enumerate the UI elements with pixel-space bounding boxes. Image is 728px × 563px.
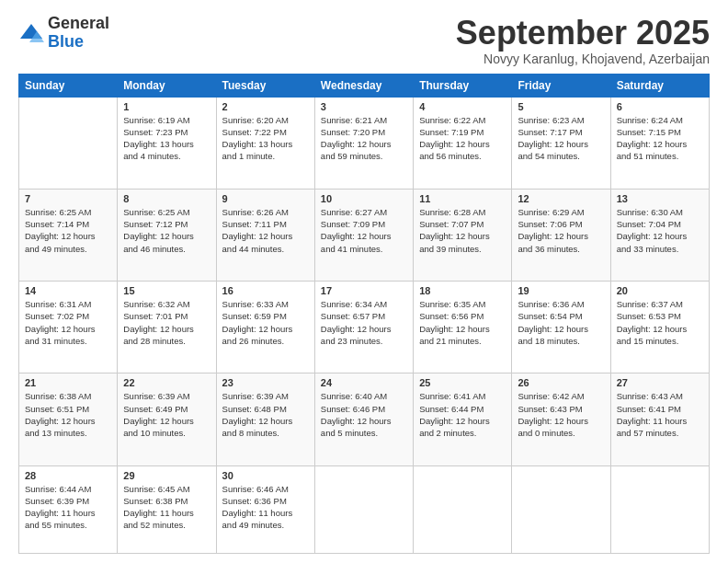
day-info: Sunrise: 6:24 AM Sunset: 7:15 PM Dayligh… [617,114,703,163]
day-info: Sunrise: 6:46 AM Sunset: 6:36 PM Dayligh… [222,483,309,532]
day-number: 17 [321,285,407,296]
calendar-cell: 6Sunrise: 6:24 AM Sunset: 7:15 PM Daylig… [610,97,709,189]
calendar-cell: 16Sunrise: 6:33 AM Sunset: 6:59 PM Dayli… [216,282,314,373]
calendar-cell: 27Sunrise: 6:43 AM Sunset: 6:41 PM Dayli… [610,373,709,465]
calendar-cell [610,465,709,553]
day-info: Sunrise: 6:34 AM Sunset: 6:57 PM Dayligh… [321,298,407,347]
day-info: Sunrise: 6:23 AM Sunset: 7:17 PM Dayligh… [518,114,604,163]
calendar-cell: 4Sunrise: 6:22 AM Sunset: 7:19 PM Daylig… [414,97,512,189]
calendar-cell: 30Sunrise: 6:46 AM Sunset: 6:36 PM Dayli… [216,465,314,553]
day-info: Sunrise: 6:26 AM Sunset: 7:11 PM Dayligh… [222,206,309,255]
month-title: September 2025 [456,15,710,52]
day-info: Sunrise: 6:25 AM Sunset: 7:12 PM Dayligh… [123,206,210,255]
calendar-cell: 12Sunrise: 6:29 AM Sunset: 7:06 PM Dayli… [512,189,610,281]
calendar-table: SundayMondayTuesdayWednesdayThursdayFrid… [18,74,710,554]
day-number: 15 [123,285,210,296]
day-number: 9 [222,193,309,204]
day-number: 8 [123,193,210,204]
calendar-cell: 5Sunrise: 6:23 AM Sunset: 7:17 PM Daylig… [512,97,610,189]
col-header-wednesday: Wednesday [314,74,413,97]
day-number: 3 [321,101,407,112]
col-header-thursday: Thursday [414,74,512,97]
week-row-5: 28Sunrise: 6:44 AM Sunset: 6:39 PM Dayli… [19,465,710,553]
day-number: 26 [518,377,604,388]
day-info: Sunrise: 6:39 AM Sunset: 6:49 PM Dayligh… [123,390,210,439]
calendar-cell: 21Sunrise: 6:38 AM Sunset: 6:51 PM Dayli… [19,373,118,465]
calendar-cell: 8Sunrise: 6:25 AM Sunset: 7:12 PM Daylig… [118,189,216,281]
week-row-2: 7Sunrise: 6:25 AM Sunset: 7:14 PM Daylig… [19,189,710,281]
day-number: 12 [518,193,604,204]
day-info: Sunrise: 6:36 AM Sunset: 6:54 PM Dayligh… [518,298,604,347]
day-info: Sunrise: 6:41 AM Sunset: 6:44 PM Dayligh… [419,390,506,439]
week-row-1: 1Sunrise: 6:19 AM Sunset: 7:23 PM Daylig… [19,97,710,189]
calendar-cell [19,97,118,189]
calendar-cell: 24Sunrise: 6:40 AM Sunset: 6:46 PM Dayli… [314,373,413,465]
day-number: 20 [617,285,703,296]
calendar-cell: 15Sunrise: 6:32 AM Sunset: 7:01 PM Dayli… [118,282,216,373]
calendar-cell: 14Sunrise: 6:31 AM Sunset: 7:02 PM Dayli… [19,282,118,373]
calendar-cell: 10Sunrise: 6:27 AM Sunset: 7:09 PM Dayli… [314,189,413,281]
calendar-cell [314,465,413,553]
day-number: 14 [25,285,111,296]
day-number: 19 [518,285,604,296]
day-info: Sunrise: 6:20 AM Sunset: 7:22 PM Dayligh… [222,114,309,163]
day-number: 22 [123,377,210,388]
day-info: Sunrise: 6:28 AM Sunset: 7:07 PM Dayligh… [419,206,506,255]
day-info: Sunrise: 6:32 AM Sunset: 7:01 PM Dayligh… [123,298,210,347]
logo-icon [18,20,44,46]
col-header-saturday: Saturday [610,74,709,97]
calendar-cell: 18Sunrise: 6:35 AM Sunset: 6:56 PM Dayli… [414,282,512,373]
calendar-cell: 3Sunrise: 6:21 AM Sunset: 7:20 PM Daylig… [314,97,413,189]
day-info: Sunrise: 6:25 AM Sunset: 7:14 PM Dayligh… [25,206,111,255]
calendar-cell: 23Sunrise: 6:39 AM Sunset: 6:48 PM Dayli… [216,373,314,465]
week-row-4: 21Sunrise: 6:38 AM Sunset: 6:51 PM Dayli… [19,373,710,465]
day-info: Sunrise: 6:21 AM Sunset: 7:20 PM Dayligh… [321,114,407,163]
day-info: Sunrise: 6:31 AM Sunset: 7:02 PM Dayligh… [25,298,111,347]
calendar-cell: 17Sunrise: 6:34 AM Sunset: 6:57 PM Dayli… [314,282,413,373]
logo-general: General [48,15,109,33]
calendar-cell: 26Sunrise: 6:42 AM Sunset: 6:43 PM Dayli… [512,373,610,465]
day-info: Sunrise: 6:38 AM Sunset: 6:51 PM Dayligh… [25,390,111,439]
day-info: Sunrise: 6:35 AM Sunset: 6:56 PM Dayligh… [419,298,506,347]
calendar-cell [414,465,512,553]
col-header-sunday: Sunday [19,74,118,97]
col-header-tuesday: Tuesday [216,74,314,97]
day-info: Sunrise: 6:22 AM Sunset: 7:19 PM Dayligh… [419,114,506,163]
page: General Blue September 2025 Novyy Karanl… [0,0,728,563]
day-number: 13 [617,193,703,204]
day-info: Sunrise: 6:43 AM Sunset: 6:41 PM Dayligh… [617,390,703,439]
day-info: Sunrise: 6:29 AM Sunset: 7:06 PM Dayligh… [518,206,604,255]
day-info: Sunrise: 6:27 AM Sunset: 7:09 PM Dayligh… [321,206,407,255]
header-row: SundayMondayTuesdayWednesdayThursdayFrid… [19,74,710,97]
day-number: 27 [617,377,703,388]
day-number: 2 [222,101,309,112]
week-row-3: 14Sunrise: 6:31 AM Sunset: 7:02 PM Dayli… [19,282,710,373]
day-number: 4 [419,101,506,112]
calendar-cell: 19Sunrise: 6:36 AM Sunset: 6:54 PM Dayli… [512,282,610,373]
day-info: Sunrise: 6:40 AM Sunset: 6:46 PM Dayligh… [321,390,407,439]
logo-blue: Blue [48,33,109,52]
day-number: 16 [222,285,309,296]
day-number: 30 [222,470,309,481]
logo-text: General Blue [48,15,109,52]
col-header-friday: Friday [512,74,610,97]
day-info: Sunrise: 6:39 AM Sunset: 6:48 PM Dayligh… [222,390,309,439]
day-number: 28 [25,470,111,481]
day-number: 18 [419,285,506,296]
calendar-cell: 22Sunrise: 6:39 AM Sunset: 6:49 PM Dayli… [118,373,216,465]
logo-area: General Blue [18,15,109,52]
calendar-cell: 7Sunrise: 6:25 AM Sunset: 7:14 PM Daylig… [19,189,118,281]
calendar-cell: 29Sunrise: 6:45 AM Sunset: 6:38 PM Dayli… [118,465,216,553]
calendar-cell [512,465,610,553]
calendar-cell: 1Sunrise: 6:19 AM Sunset: 7:23 PM Daylig… [118,97,216,189]
location: Novyy Karanlug, Khojavend, Azerbaijan [456,52,710,66]
day-info: Sunrise: 6:42 AM Sunset: 6:43 PM Dayligh… [518,390,604,439]
calendar-cell: 20Sunrise: 6:37 AM Sunset: 6:53 PM Dayli… [610,282,709,373]
calendar-cell: 13Sunrise: 6:30 AM Sunset: 7:04 PM Dayli… [610,189,709,281]
day-info: Sunrise: 6:45 AM Sunset: 6:38 PM Dayligh… [123,483,210,532]
calendar-cell: 9Sunrise: 6:26 AM Sunset: 7:11 PM Daylig… [216,189,314,281]
top-section: General Blue September 2025 Novyy Karanl… [18,15,710,66]
day-info: Sunrise: 6:19 AM Sunset: 7:23 PM Dayligh… [123,114,210,163]
day-number: 29 [123,470,210,481]
day-number: 11 [419,193,506,204]
